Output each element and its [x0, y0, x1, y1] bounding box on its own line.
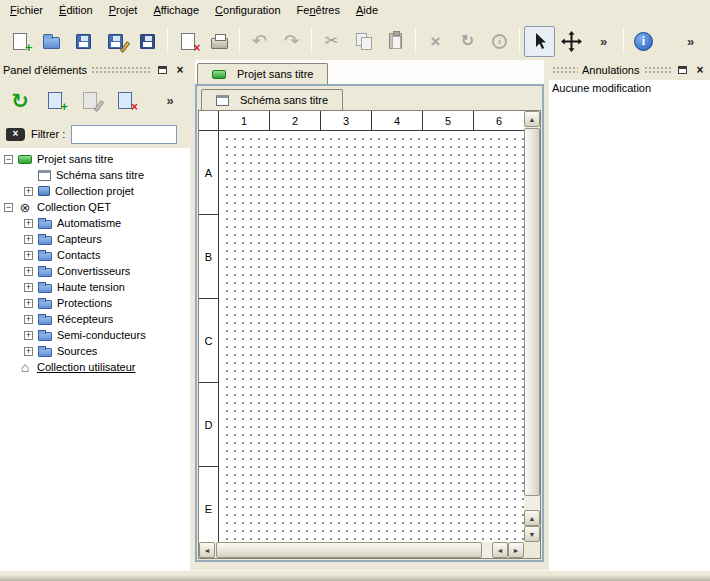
toolbar-overflow-button[interactable]: »	[588, 26, 619, 57]
edit-element-button[interactable]	[76, 86, 104, 114]
menu-affichage[interactable]: Affichage	[145, 0, 207, 22]
scroll-left-button-2[interactable]: ◄	[492, 542, 508, 558]
move-tool-button[interactable]	[556, 26, 587, 57]
toolbar-overflow-button-2[interactable]: »	[675, 26, 706, 57]
about-button[interactable]: i	[628, 26, 659, 57]
redo-button[interactable]: ↷	[276, 26, 307, 57]
collapse-icon[interactable]: −	[4, 155, 13, 164]
float-icon	[678, 66, 687, 74]
menu-edition[interactable]: Édition	[51, 0, 101, 22]
expand-icon[interactable]: +	[24, 251, 33, 260]
panel-toolbar-overflow-button[interactable]: »	[156, 86, 184, 114]
menu-projet[interactable]: Projet	[101, 0, 146, 22]
expand-icon[interactable]: +	[24, 299, 33, 308]
cut-button[interactable]: ✂	[316, 26, 347, 57]
tree-item-label: Collection projet	[55, 184, 134, 198]
expand-icon[interactable]: +	[24, 347, 33, 356]
dock-grip[interactable]	[644, 66, 672, 74]
expand-icon[interactable]: +	[24, 283, 33, 292]
tree-item-protections[interactable]: + Protections	[0, 295, 190, 311]
expand-icon[interactable]: +	[24, 267, 33, 276]
menu-fenetres[interactable]: Fenêtres	[289, 0, 348, 22]
save-button[interactable]	[68, 26, 99, 57]
undo-history-list[interactable]: Aucune modification	[549, 80, 710, 570]
undo-button[interactable]: ↶	[244, 26, 275, 57]
vertical-scroll-thumb[interactable]	[524, 128, 540, 496]
expand-icon[interactable]: +	[24, 315, 33, 324]
main-toolbar: + × ↶ ↷ ✂	[0, 22, 710, 60]
save-as-button[interactable]	[100, 26, 131, 57]
folder-icon	[38, 348, 52, 357]
scroll-down-button[interactable]: ▼	[524, 526, 540, 542]
tree-item-haute-tension[interactable]: + Haute tension	[0, 279, 190, 295]
tree-item-capteurs[interactable]: + Capteurs	[0, 231, 190, 247]
print-button[interactable]	[204, 26, 235, 57]
expand-icon[interactable]: +	[24, 331, 33, 340]
tree-item-recepteurs[interactable]: + Récepteurs	[0, 311, 190, 327]
horizontal-scroll-thumb[interactable]	[216, 542, 482, 558]
scroll-left-button[interactable]: ◄	[199, 542, 215, 558]
vertical-scroll-track[interactable]	[524, 127, 540, 510]
cursor-arrow-icon	[531, 32, 549, 50]
tree-item-sources[interactable]: + Sources	[0, 343, 190, 359]
tree-item-label: Collection QET	[37, 200, 111, 214]
tree-item-project[interactable]: − Projet sans titre	[0, 151, 190, 167]
reload-collections-button[interactable]: ↻	[6, 86, 34, 114]
close-panel-button[interactable]: ×	[173, 63, 187, 77]
select-tool-button[interactable]	[524, 26, 555, 57]
schema-grid[interactable]	[220, 132, 524, 542]
tree-item-collection-projet[interactable]: + Collection projet	[0, 183, 190, 199]
copy-button[interactable]	[348, 26, 379, 57]
scroll-right-button[interactable]: ►	[508, 542, 524, 558]
menu-aide[interactable]: Aide	[348, 0, 386, 22]
arrow-down-icon: ▼	[529, 531, 536, 538]
rotate-button[interactable]: ↻	[452, 26, 483, 57]
expand-icon[interactable]: +	[24, 219, 33, 228]
tree-item-automatisme[interactable]: + Automatisme	[0, 215, 190, 231]
tree-item-semi-conducteurs[interactable]: + Semi-conducteurs	[0, 327, 190, 343]
tab-project[interactable]: Projet sans titre	[197, 63, 328, 84]
delete-element-button[interactable]: ×	[111, 86, 139, 114]
vertical-scrollbar[interactable]: ▲ ▲ ▼	[524, 111, 540, 542]
schema-canvas[interactable]: 1 2 3 4 5 6 A B C D E	[199, 111, 524, 542]
close-file-icon: ×	[177, 30, 199, 52]
filter-input[interactable]	[71, 125, 177, 144]
close-panel-button[interactable]: ×	[693, 63, 707, 77]
horizontal-scrollbar[interactable]: ◄ ◄ ►	[199, 542, 524, 558]
tree-item-collection-qet[interactable]: − ⊗ Collection QET	[0, 199, 190, 215]
undo-panel-title: Annulations	[582, 64, 640, 76]
float-panel-button[interactable]	[675, 63, 689, 77]
chevron-right-icon: »	[166, 93, 173, 108]
undo-panel-titlebar[interactable]: Annulations ×	[549, 60, 710, 80]
row-label: C	[199, 299, 218, 383]
tab-schema[interactable]: Schéma sans titre	[201, 89, 343, 110]
tree-item-contacts[interactable]: + Contacts	[0, 247, 190, 263]
expand-icon[interactable]: +	[24, 235, 33, 244]
element-info-button[interactable]: i	[484, 26, 515, 57]
tree-item-schema[interactable]: Schéma sans titre	[0, 167, 190, 183]
scroll-up-button[interactable]: ▲	[524, 111, 540, 127]
collapse-icon[interactable]: −	[4, 203, 13, 212]
new-file-button[interactable]: +	[4, 26, 35, 57]
refresh-icon: ↻	[11, 90, 29, 111]
close-file-button[interactable]: ×	[172, 26, 203, 57]
paste-button[interactable]	[380, 26, 411, 57]
float-panel-button[interactable]	[155, 63, 169, 77]
dock-grip[interactable]	[91, 66, 151, 74]
save-all-button[interactable]	[132, 26, 163, 57]
tree-item-convertisseurs[interactable]: + Convertisseurs	[0, 263, 190, 279]
scroll-up-button-2[interactable]: ▲	[524, 510, 540, 526]
expand-icon[interactable]: +	[24, 187, 33, 196]
menu-fichier[interactable]: Fichier	[2, 0, 51, 22]
dock-grip[interactable]	[552, 66, 578, 74]
tab-schema-label: Schéma sans titre	[240, 94, 328, 106]
tree-item-collection-utilisateur[interactable]: ⌂ Collection utilisateur	[0, 359, 190, 375]
menu-configuration[interactable]: Configuration	[207, 0, 288, 22]
tree-item-label: Semi-conducteurs	[57, 328, 146, 342]
new-element-button[interactable]: +	[41, 86, 69, 114]
elements-panel-titlebar[interactable]: Panel d'éléments ×	[0, 60, 190, 80]
clear-filter-icon[interactable]: ×	[6, 128, 25, 141]
open-file-button[interactable]	[36, 26, 67, 57]
horizontal-scroll-track[interactable]	[215, 542, 492, 558]
delete-button[interactable]: ×	[420, 26, 451, 57]
